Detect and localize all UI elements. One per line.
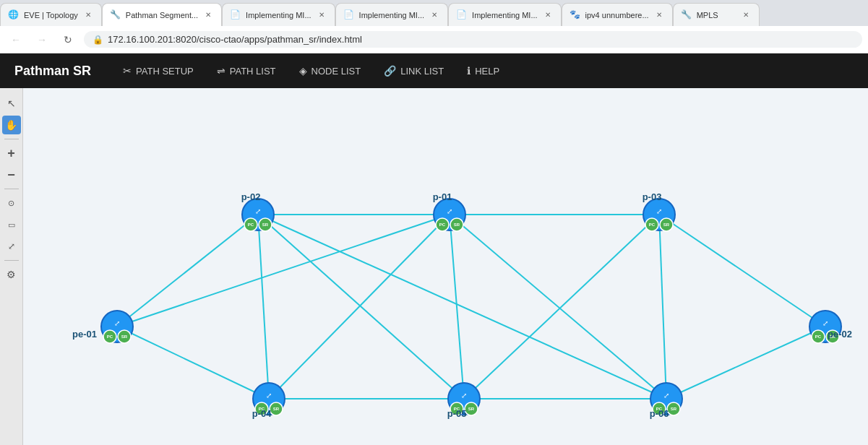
node-p-03[interactable]: ⤢PCSRp-03 bbox=[643, 191, 675, 231]
hand-tool[interactable]: ✋ bbox=[2, 116, 21, 134]
node-p-06[interactable]: ⤢PCSRp-06 bbox=[650, 383, 682, 419]
svg-text:SR: SR bbox=[454, 222, 460, 227]
tab-close-implementing-mpls-2[interactable]: ✕ bbox=[429, 9, 440, 21]
left-toolbar: ↖ ✋ + − ⊙ ▭ ⤢ ⚙ bbox=[0, 88, 23, 445]
tab-title-implementing-mpls-3: Implementing MI... bbox=[472, 11, 537, 20]
node-label-p-03: p-03 bbox=[643, 191, 662, 202]
tab-bar: 🌐 EVE | Topology ✕ 🔧 Pathman Segment... … bbox=[0, 0, 868, 26]
nav-help-label: HELP bbox=[475, 66, 499, 77]
svg-text:PC: PC bbox=[649, 222, 656, 227]
cursor-tool[interactable]: ↖ bbox=[2, 94, 21, 113]
svg-text:⤢: ⤢ bbox=[663, 392, 669, 399]
node-label-pe-01: pe-01 bbox=[72, 329, 97, 340]
tab-pathman-segment[interactable]: 🔧 Pathman Segment... ✕ bbox=[102, 3, 222, 26]
svg-text:PC: PC bbox=[815, 334, 822, 339]
node-pe-02[interactable]: ⤢PCSRpe-02 bbox=[809, 311, 852, 343]
url-bar[interactable]: 🔒 172.16.100.201:8020/cisco-ctao/apps/pa… bbox=[84, 31, 862, 48]
tab-icon-implementing-mpls-2: 📄 bbox=[343, 9, 355, 21]
tab-icon-ipv4-unnumbered: 🐾 bbox=[570, 9, 581, 21]
tab-ipv4-unnumbered[interactable]: 🐾 ipv4 unnumbere... ✕ bbox=[562, 3, 673, 26]
svg-text:⤢: ⤢ bbox=[461, 392, 467, 399]
topology-container: ↖ ✋ + − ⊙ ▭ ⤢ ⚙ ⤢PCSRpe-01⤢PCSRpe-02⤢PCS… bbox=[0, 88, 868, 445]
node-p-02[interactable]: ⤢PCSRp-02 bbox=[241, 191, 274, 231]
svg-text:PC: PC bbox=[439, 222, 446, 227]
tab-close-mpls[interactable]: ✕ bbox=[740, 9, 752, 21]
network-canvas[interactable]: ⤢PCSRpe-01⤢PCSRpe-02⤢PCSRp-01⤢PCSRp-02⤢P… bbox=[23, 88, 868, 445]
settings-button[interactable]: ⚙ bbox=[2, 265, 21, 284]
tool-divider-1 bbox=[4, 139, 19, 139]
tab-title-ipv4-unnumbered: ipv4 unnumbere... bbox=[585, 11, 649, 20]
app-title: Pathman SR bbox=[14, 64, 91, 79]
links-layer bbox=[117, 215, 825, 399]
nav-node-list[interactable]: ◈ NODE LIST bbox=[289, 59, 371, 82]
link-10 bbox=[659, 215, 825, 327]
svg-text:⤢: ⤢ bbox=[266, 392, 272, 399]
link-15 bbox=[666, 327, 825, 399]
link-list-icon: 🔗 bbox=[384, 65, 396, 77]
node-label-p-05: p-05 bbox=[447, 408, 467, 419]
svg-text:SR: SR bbox=[273, 407, 280, 411]
tab-title-eve-topology: EVE | Topology bbox=[24, 11, 78, 20]
path-list-icon: ⇌ bbox=[217, 65, 225, 77]
tab-close-eve-topology[interactable]: ✕ bbox=[82, 9, 94, 21]
select-rect-button[interactable]: ▭ bbox=[2, 215, 21, 234]
svg-text:SR: SR bbox=[468, 407, 475, 411]
svg-text:⤢: ⤢ bbox=[255, 207, 261, 215]
tool-divider-2 bbox=[4, 189, 19, 189]
node-pe-01[interactable]: ⤢PCSRpe-01 bbox=[72, 311, 133, 343]
tab-close-implementing-mpls-3[interactable]: ✕ bbox=[542, 9, 554, 21]
nav-menu: ✂ PATH SETUP ⇌ PATH LIST ◈ NODE LIST 🔗 L… bbox=[113, 59, 510, 82]
lock-icon: 🔒 bbox=[93, 35, 103, 45]
node-p-05[interactable]: ⤢PCSRp-05 bbox=[447, 383, 480, 419]
node-label-p-06: p-06 bbox=[650, 408, 669, 419]
node-p-01[interactable]: ⤢PCSRp-01 bbox=[433, 191, 465, 231]
tab-icon-eve-topology: 🌐 bbox=[8, 9, 20, 21]
tab-icon-implementing-mpls-3: 📄 bbox=[456, 9, 468, 21]
svg-text:SR: SR bbox=[663, 222, 670, 227]
svg-text:⤢: ⤢ bbox=[656, 207, 662, 215]
nav-path-list-label: PATH LIST bbox=[230, 66, 276, 77]
tab-implementing-mpls-3[interactable]: 📄 Implementing MI... ✕ bbox=[448, 3, 561, 26]
tab-close-pathman-segment[interactable]: ✕ bbox=[202, 9, 214, 21]
app-header: Pathman SR ✂ PATH SETUP ⇌ PATH LIST ◈ NO… bbox=[0, 53, 868, 88]
tab-title-implementing-mpls-1: Implementing MI... bbox=[246, 11, 311, 20]
node-label-p-01: p-01 bbox=[433, 191, 452, 202]
link-5 bbox=[258, 215, 464, 399]
back-button[interactable]: ← bbox=[6, 30, 26, 50]
tab-mpls[interactable]: 🔧 MPLS ✕ bbox=[673, 3, 760, 26]
forward-button[interactable]: → bbox=[32, 30, 52, 50]
expand-button[interactable]: ⤢ bbox=[2, 237, 21, 256]
node-p-04[interactable]: ⤢PCSRp-04 bbox=[252, 383, 285, 419]
tool-divider-3 bbox=[4, 260, 19, 261]
svg-text:SR: SR bbox=[671, 407, 677, 411]
nav-path-setup[interactable]: ✂ PATH SETUP bbox=[113, 59, 204, 82]
tab-icon-implementing-mpls-1: 📄 bbox=[230, 9, 241, 21]
zoom-out-button[interactable]: − bbox=[2, 165, 21, 184]
node-label-p-04: p-04 bbox=[252, 408, 272, 419]
nav-help[interactable]: ℹ HELP bbox=[457, 59, 510, 82]
browser-chrome: 🌐 EVE | Topology ✕ 🔧 Pathman Segment... … bbox=[0, 0, 868, 53]
tab-implementing-mpls-2[interactable]: 📄 Implementing MI... ✕ bbox=[335, 3, 448, 26]
tab-implementing-mpls-1[interactable]: 📄 Implementing MI... ✕ bbox=[222, 3, 335, 26]
tab-eve-topology[interactable]: 🌐 EVE | Topology ✕ bbox=[0, 3, 102, 26]
tab-title-mpls: MPLS bbox=[697, 11, 736, 20]
tab-title-implementing-mpls-2: Implementing MI... bbox=[359, 11, 424, 20]
link-9 bbox=[450, 215, 666, 399]
svg-text:SR: SR bbox=[262, 222, 269, 227]
zoom-fit-button[interactable]: ⊙ bbox=[2, 194, 21, 212]
reload-button[interactable]: ↻ bbox=[58, 30, 78, 50]
svg-text:PC: PC bbox=[248, 222, 254, 227]
link-4 bbox=[258, 215, 269, 399]
tab-icon-pathman-segment: 🔧 bbox=[110, 9, 121, 21]
nav-path-list[interactable]: ⇌ PATH LIST bbox=[207, 59, 286, 82]
link-7 bbox=[269, 215, 450, 399]
node-label-pe-02: pe-02 bbox=[828, 329, 852, 340]
nav-link-list[interactable]: 🔗 LINK LIST bbox=[374, 59, 454, 82]
svg-text:⤢: ⤢ bbox=[114, 319, 120, 327]
link-0 bbox=[117, 215, 258, 327]
tab-close-ipv4-unnumbered[interactable]: ✕ bbox=[653, 9, 665, 21]
svg-text:PC: PC bbox=[107, 334, 113, 339]
svg-text:SR: SR bbox=[121, 334, 128, 339]
zoom-in-button[interactable]: + bbox=[2, 144, 21, 163]
tab-close-implementing-mpls-1[interactable]: ✕ bbox=[316, 9, 327, 21]
